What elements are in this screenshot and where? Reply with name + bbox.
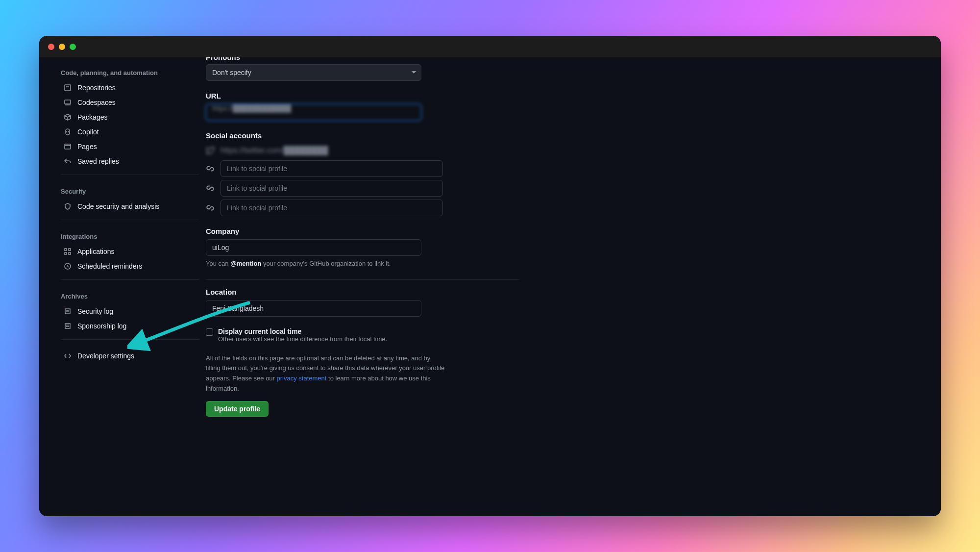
social-accounts-field: Social accounts https://twitter.com/████… [206, 131, 519, 216]
link-icon [206, 184, 215, 193]
privacy-statement-link[interactable]: privacy statement [277, 375, 327, 382]
social-row-1 [206, 160, 519, 177]
social-input-2[interactable] [220, 180, 443, 197]
apps-icon [64, 248, 72, 255]
pronouns-label-cutoff: Pronouns [206, 57, 519, 60]
sidebar-item-label: Code security and analysis [77, 202, 159, 210]
social-accounts-label: Social accounts [206, 131, 519, 140]
sidebar-item-label: Scheduled reminders [77, 262, 142, 270]
local-time-field: Display current local time Other users w… [206, 327, 519, 343]
traffic-lights [48, 44, 76, 50]
sidebar-item-label: Developer settings [77, 352, 134, 360]
link-icon [206, 164, 215, 173]
social-input-3[interactable] [220, 200, 443, 216]
twitter-icon [206, 146, 215, 155]
profile-form: Pronouns Don't specify URL https://█████… [206, 57, 519, 417]
close-window-icon[interactable] [48, 44, 54, 50]
section-header-security: Security [59, 181, 201, 199]
sidebar-item-developer-settings[interactable]: Developer settings [59, 349, 201, 363]
url-field: URL https://████████████ [206, 92, 519, 121]
sidebar-item-label: Saved replies [77, 157, 119, 165]
social-row-3 [206, 200, 519, 216]
repo-icon [64, 84, 72, 92]
sidebar-item-saved-replies[interactable]: Saved replies [59, 154, 201, 169]
sidebar-item-label: Repositories [77, 84, 116, 92]
company-hint: You can @mention your company's GitHub o… [206, 259, 519, 269]
svg-rect-7 [65, 252, 67, 254]
local-time-note: Other users will see the time difference… [218, 335, 387, 343]
window-titlebar [39, 36, 941, 57]
codespaces-icon [64, 99, 72, 106]
svg-rect-1 [65, 100, 71, 104]
url-input[interactable]: https://████████████ [206, 104, 421, 121]
section-divider [61, 339, 199, 340]
pronouns-field: Don't specify [206, 64, 519, 81]
section-divider [61, 220, 199, 220]
section-header-code: Code, planning, and automation [59, 62, 201, 80]
settings-sidebar: Code, planning, and automation Repositor… [59, 57, 206, 417]
sidebar-item-repositories[interactable]: Repositories [59, 80, 201, 95]
page-viewport: Code, planning, and automation Repositor… [39, 57, 941, 516]
browser-icon [64, 143, 72, 151]
location-input[interactable] [206, 300, 421, 317]
sidebar-item-label: Applications [77, 248, 115, 255]
sidebar-item-sponsorship-log[interactable]: Sponsorship log [59, 319, 201, 333]
package-icon [64, 113, 72, 121]
sidebar-item-pages[interactable]: Pages [59, 139, 201, 154]
social-row-2 [206, 180, 519, 197]
svg-point-3 [69, 132, 69, 132]
local-time-label: Display current local time [218, 327, 387, 335]
sidebar-item-label: Security log [77, 307, 113, 315]
log-icon [64, 307, 72, 315]
social-input-1[interactable] [220, 160, 443, 177]
section-divider [61, 279, 199, 280]
social-row-twitter: https://twitter.com/████████ [206, 144, 519, 157]
sidebar-item-code-security[interactable]: Code security and analysis [59, 199, 201, 214]
svg-rect-4 [65, 144, 71, 149]
scroll-area[interactable]: Code, planning, and automation Repositor… [39, 57, 941, 516]
sidebar-item-packages[interactable]: Packages [59, 110, 201, 125]
section-header-archives: Archives [59, 286, 201, 304]
svg-rect-6 [69, 249, 71, 251]
link-icon [206, 203, 215, 212]
svg-rect-0 [65, 85, 71, 91]
company-label: Company [206, 227, 519, 235]
pronouns-select[interactable]: Don't specify [206, 64, 421, 81]
sidebar-item-label: Copilot [77, 128, 99, 136]
section-header-integrations: Integrations [59, 226, 201, 244]
reply-icon [64, 157, 72, 165]
sidebar-item-label: Pages [77, 143, 97, 151]
sidebar-item-codespaces[interactable]: Codespaces [59, 95, 201, 110]
fine-print: All of the fields on this page are optio… [206, 353, 446, 394]
maximize-window-icon[interactable] [70, 44, 76, 50]
location-field: Location [206, 288, 519, 317]
shield-icon [64, 202, 72, 210]
sidebar-item-security-log[interactable]: Security log [59, 304, 201, 319]
sidebar-item-label: Packages [77, 113, 107, 121]
svg-rect-8 [69, 252, 71, 254]
sidebar-item-label: Sponsorship log [77, 322, 126, 330]
local-time-checkbox[interactable] [206, 328, 213, 336]
field-divider [206, 279, 519, 280]
url-label: URL [206, 92, 519, 100]
sidebar-item-scheduled-reminders[interactable]: Scheduled reminders [59, 259, 201, 274]
svg-point-2 [67, 132, 67, 132]
company-input[interactable] [206, 239, 421, 256]
sidebar-item-label: Codespaces [77, 99, 116, 106]
log-icon [64, 322, 72, 330]
code-icon [64, 352, 72, 360]
section-divider [61, 175, 199, 175]
copilot-icon [64, 128, 72, 136]
company-field: Company You can @mention your company's … [206, 227, 519, 269]
svg-rect-5 [65, 249, 67, 251]
minimize-window-icon[interactable] [59, 44, 65, 50]
clock-icon [64, 262, 72, 270]
location-label: Location [206, 288, 519, 296]
sidebar-item-copilot[interactable]: Copilot [59, 125, 201, 139]
update-profile-button[interactable]: Update profile [206, 401, 269, 417]
browser-window: Code, planning, and automation Repositor… [39, 36, 941, 516]
sidebar-item-applications[interactable]: Applications [59, 244, 201, 259]
